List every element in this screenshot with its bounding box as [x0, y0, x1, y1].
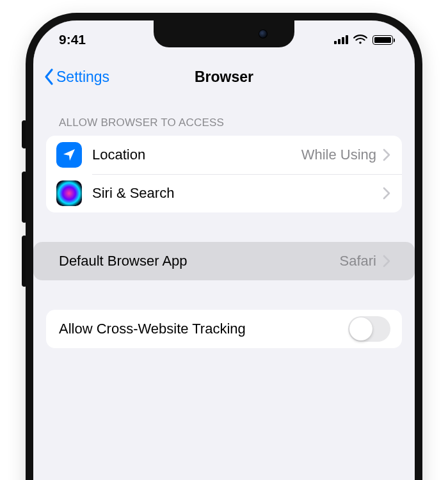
- siri-icon: [56, 180, 82, 206]
- cellular-icon: [334, 35, 348, 44]
- notch: [154, 20, 294, 47]
- wifi-icon: [353, 35, 367, 45]
- battery-icon: [372, 35, 393, 45]
- back-button[interactable]: Settings: [44, 68, 109, 86]
- iphone-frame: 9:41 Settings Browser ALLOW BROWSER TO A…: [26, 13, 422, 480]
- row-siri[interactable]: Siri & Search: [46, 174, 402, 212]
- location-icon: [56, 142, 82, 168]
- back-label: Settings: [56, 68, 109, 86]
- row-default-browser-value: Safari: [340, 253, 376, 269]
- chevron-right-icon: [383, 255, 390, 268]
- status-time: 9:41: [59, 32, 86, 47]
- status-right: [334, 35, 393, 45]
- screen: 9:41 Settings Browser ALLOW BROWSER TO A…: [33, 20, 415, 480]
- row-default-browser-label: Default Browser App: [59, 253, 340, 269]
- row-location[interactable]: Location While Using: [46, 136, 402, 174]
- row-default-browser[interactable]: Default Browser App Safari: [33, 242, 415, 280]
- row-cross-website-tracking[interactable]: Allow Cross-Website Tracking: [46, 310, 402, 348]
- row-location-value: While Using: [301, 147, 376, 163]
- tracking-toggle[interactable]: [348, 316, 390, 342]
- group-default-browser: Default Browser App Safari: [46, 242, 402, 280]
- row-tracking-label: Allow Cross-Website Tracking: [59, 321, 348, 337]
- content: ALLOW BROWSER TO ACCESS Location While U…: [33, 95, 415, 348]
- row-location-label: Location: [92, 147, 301, 163]
- section-header-access: ALLOW BROWSER TO ACCESS: [46, 95, 402, 136]
- row-siri-label: Siri & Search: [92, 185, 383, 202]
- chevron-right-icon: [383, 148, 390, 161]
- front-camera: [259, 29, 268, 38]
- toggle-knob: [349, 317, 372, 340]
- nav-bar: Settings Browser: [33, 59, 415, 95]
- group-tracking: Allow Cross-Website Tracking: [46, 310, 402, 348]
- chevron-left-icon: [44, 68, 55, 86]
- group-access: Location While Using Siri & Search: [46, 136, 402, 212]
- chevron-right-icon: [383, 187, 390, 200]
- page-title: Browser: [195, 68, 253, 86]
